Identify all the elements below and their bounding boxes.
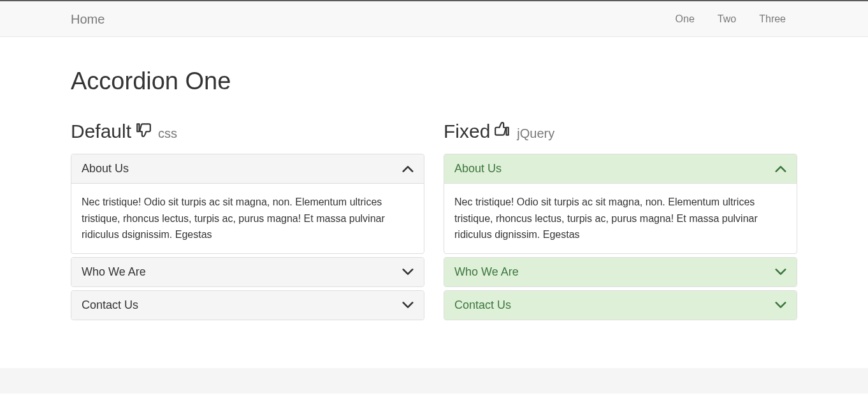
- chevron-down-icon: [775, 267, 786, 276]
- nav-link-two[interactable]: Two: [706, 13, 748, 25]
- nav-link-one[interactable]: One: [664, 13, 706, 25]
- chevron-up-icon: [402, 165, 414, 174]
- accordion-header-about-us[interactable]: About Us: [444, 154, 797, 183]
- thumbs-down-icon: [135, 121, 152, 137]
- nav-brand[interactable]: Home: [71, 12, 105, 27]
- fixed-column: Fixed jQuery About Us: [444, 121, 797, 323]
- chevron-down-icon: [775, 300, 786, 309]
- accordion-header-who-we-are[interactable]: Who We Are: [444, 258, 797, 286]
- fixed-subheading: jQuery: [517, 126, 554, 141]
- nav-link-three[interactable]: Three: [748, 13, 797, 25]
- accordion-title: Who We Are: [82, 265, 146, 279]
- nav-links: One Two Three: [664, 13, 797, 25]
- accordion-header-contact-us[interactable]: Contact Us: [71, 291, 424, 320]
- accordion-body: Nec tristique! Odio sit turpis ac sit ma…: [71, 183, 424, 253]
- accordion-title: About Us: [454, 162, 502, 175]
- default-accordion: About Us Nec tristique! Odio sit turpis …: [71, 154, 424, 320]
- accordion-body: Nec tristique! Odio sit turpis ac sit ma…: [444, 183, 797, 253]
- page-title: Accordion One: [71, 68, 797, 95]
- accordion-title: About Us: [82, 162, 129, 175]
- default-subheading: css: [158, 126, 177, 141]
- accordion-item: Who We Are: [444, 257, 797, 287]
- accordion-header-who-we-are[interactable]: Who We Are: [71, 258, 424, 286]
- chevron-down-icon: [402, 300, 414, 309]
- thumbs-up-icon: [494, 121, 510, 137]
- default-column: Default css About Us: [71, 121, 424, 323]
- accordion-item: About Us Nec tristique! Odio sit turpis …: [444, 154, 797, 254]
- fixed-heading: Fixed jQuery: [444, 121, 797, 142]
- accordion-item: About Us Nec tristique! Odio sit turpis …: [71, 154, 424, 254]
- default-heading: Default css: [71, 121, 424, 142]
- accordion-title: Contact Us: [454, 299, 511, 312]
- accordion-header-contact-us[interactable]: Contact Us: [444, 291, 797, 320]
- chevron-down-icon: [402, 267, 414, 276]
- fixed-accordion: About Us Nec tristique! Odio sit turpis …: [444, 154, 797, 320]
- fixed-heading-text: Fixed: [444, 121, 490, 142]
- footer: [0, 368, 868, 394]
- accordion-title: Contact Us: [82, 299, 138, 312]
- chevron-up-icon: [775, 165, 786, 174]
- accordion-title: Who We Are: [454, 265, 519, 279]
- default-heading-text: Default: [71, 121, 131, 142]
- accordion-item: Who We Are: [71, 257, 424, 287]
- accordion-item: Contact Us: [444, 290, 797, 320]
- accordion-item: Contact Us: [71, 290, 424, 320]
- navbar: Home One Two Three: [0, 0, 868, 37]
- accordion-header-about-us[interactable]: About Us: [71, 154, 424, 183]
